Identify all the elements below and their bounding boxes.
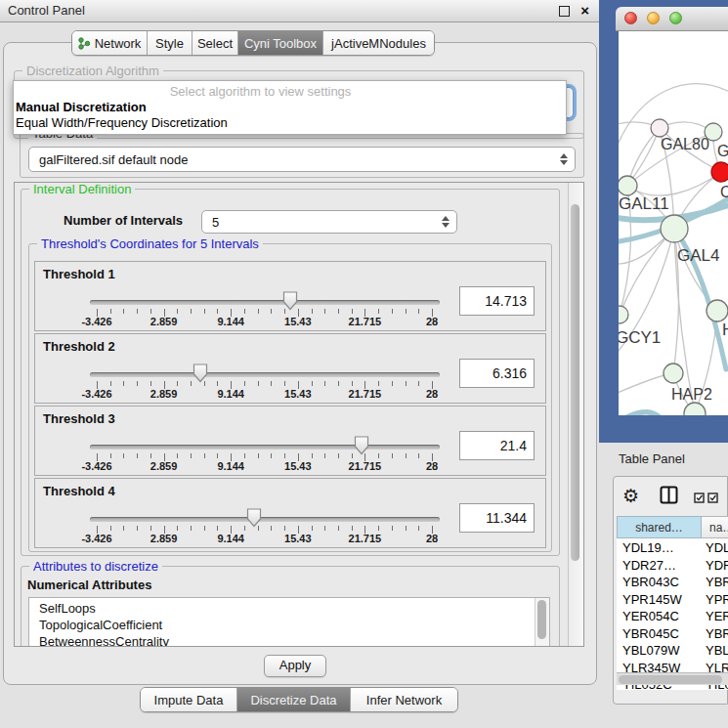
network-node-label: GAL11 — [619, 194, 669, 213]
threshold-value-field[interactable]: 14.713 — [459, 286, 535, 316]
tab-style[interactable]: Style — [148, 31, 193, 55]
dropdown-item-manual-discretization[interactable]: Manual Discretization — [16, 100, 147, 114]
threshold-label: Threshold 3 — [43, 411, 115, 426]
apply-button[interactable]: Apply — [264, 655, 326, 677]
network-node-gal4[interactable] — [661, 215, 688, 242]
tab-impute-data[interactable]: Impute Data — [141, 688, 237, 711]
tick-label: 2.859 — [150, 388, 178, 400]
threshold-slider-track[interactable] — [90, 372, 440, 377]
tab-select[interactable]: Select — [193, 31, 238, 55]
minimize-traffic-light-icon[interactable] — [647, 12, 660, 24]
combo-arrows-icon — [560, 153, 568, 165]
network-node-ga[interactable] — [705, 123, 722, 141]
network-node-c[interactable] — [711, 162, 728, 182]
threshold-panel-2: Threshold 2-3.4262.8599.14415.4321.71528… — [34, 333, 546, 404]
network-node-gcy1[interactable] — [619, 306, 628, 323]
table-horizontal-scrollbar[interactable] — [617, 672, 728, 685]
tab-label: Network — [95, 36, 142, 51]
tick-label: 2.859 — [150, 316, 178, 327]
tick-label: 2.859 — [150, 533, 178, 544]
threshold-value-field[interactable]: 6.316 — [459, 359, 535, 388]
checkbox-icon[interactable] — [707, 490, 718, 507]
threshold-panel-4: Threshold 4-3.4262.8599.14415.4321.71528… — [34, 478, 546, 548]
threshold-value-field[interactable]: 21.4 — [459, 431, 535, 460]
tick-label: 28 — [426, 316, 438, 327]
float-window-icon[interactable] — [559, 6, 570, 17]
threshold-slider-thumb[interactable] — [354, 436, 369, 455]
number-of-intervals-combobox[interactable]: 5 — [201, 210, 457, 234]
tick-label: 21.715 — [349, 388, 382, 400]
network-node-label: GAL4 — [677, 246, 719, 265]
threshold-slider-track[interactable] — [90, 445, 440, 450]
threshold-slider-track[interactable] — [90, 517, 440, 522]
threshold-slider-track[interactable] — [90, 300, 440, 305]
table-toolbar: ⚙ — [614, 477, 727, 516]
network-desktop: GAL80GACGAL11GAL4GCY1HHAP2 — [599, 0, 728, 443]
threshold-slider-thumb[interactable] — [246, 508, 262, 528]
dropdown-item-equal-width-frequency[interactable]: Equal Width/Frequency Discretization — [16, 115, 228, 130]
list-scrollbar[interactable] — [535, 598, 549, 647]
control-panel-window: Control Panel × NetworkStyleSelectCyni T… — [0, 0, 599, 728]
close-traffic-light-icon[interactable] — [624, 12, 637, 24]
node-table[interactable]: shared…na… YDL19…YDL1YDR27…YDR2YBR043CYB… — [617, 516, 728, 690]
column-header-1[interactable]: shared… — [617, 516, 702, 538]
thresholds-legend: Threshold's Coordinates for 5 Intervals — [37, 236, 263, 251]
discretization-algorithm-legend: Discretization Algorithm — [22, 64, 163, 78]
network-edge-thick — [619, 412, 675, 415]
list-item[interactable]: SelfLoops — [29, 600, 549, 617]
close-icon[interactable]: × — [580, 1, 589, 21]
table-panel-title: Table Panel — [619, 451, 685, 466]
tick-label: 28 — [426, 460, 438, 472]
tab-label: jActiveMNodules — [331, 36, 426, 51]
control-panel-titlebar: Control Panel × — [0, 0, 599, 22]
zoom-traffic-light-icon[interactable] — [669, 12, 682, 24]
network-canvas[interactable]: GAL80GACGAL11GAL4GCY1HHAP2 — [619, 31, 728, 415]
dropdown-placeholder: Select algorithm to view settings — [14, 84, 507, 99]
threshold-label: Threshold 2 — [43, 339, 115, 354]
tick-label: -3.426 — [81, 388, 111, 400]
tick-label: 9.144 — [217, 388, 244, 400]
tab-cyni-toolbox[interactable]: Cyni Toolbox — [238, 31, 323, 55]
threshold-slider-thumb[interactable] — [193, 364, 208, 383]
table-data-combobox[interactable]: galFiltered.sif default node — [28, 147, 576, 172]
network-node-gal11[interactable] — [619, 176, 637, 195]
tick-label: 15.43 — [284, 316, 312, 327]
attributes-legend: Attributes to discretize — [29, 559, 162, 574]
threshold-value-field[interactable]: 11.344 — [459, 503, 535, 533]
network-node-hap2[interactable] — [664, 364, 683, 383]
tick-label: 21.715 — [349, 316, 382, 327]
checkbox-icon[interactable] — [694, 490, 705, 507]
tab-network[interactable]: Network — [72, 31, 148, 55]
network-node-h[interactable] — [707, 300, 728, 321]
settings-scrollbar[interactable] — [568, 183, 583, 646]
tab-label: Infer Network — [366, 693, 442, 707]
columns-icon[interactable] — [660, 486, 678, 508]
numerical-attributes-list[interactable]: SelfLoopsTopologicalCoefficientBetweenne… — [28, 597, 550, 647]
tick-label: 9.144 — [217, 533, 244, 544]
screen: Control Panel × NetworkStyleSelectCyni T… — [0, 0, 728, 728]
tick-label: 15.43 — [284, 460, 312, 472]
table-panel-body: ⚙ shared…na… YDL19…YDL1YDR27…YDR2YBR043C… — [613, 476, 728, 705]
interval-definition-legend: Interval Definition — [29, 182, 135, 196]
algorithm-dropdown-popup: Select algorithm to view settings Manual… — [13, 80, 567, 135]
tick-label: 21.715 — [349, 460, 382, 472]
tick-label: 9.144 — [217, 460, 244, 472]
tab-discretize-data[interactable]: Discretize Data — [237, 688, 351, 711]
list-item[interactable]: BetweennessCentrality — [29, 633, 549, 647]
settings-scrollpane: Interval Definition Number of Intervals … — [14, 182, 584, 647]
column-header-2[interactable]: na… — [702, 516, 728, 538]
table-header-row: shared…na… — [617, 516, 728, 538]
numerical-attributes-label: Numerical Attributes — [27, 578, 151, 592]
list-item[interactable]: TopologicalCoefficient — [29, 617, 549, 633]
gear-icon[interactable]: ⚙ — [622, 485, 639, 507]
threshold-slider-thumb[interactable] — [282, 291, 298, 311]
threshold-label: Threshold 1 — [43, 267, 115, 281]
network-node-gal80[interactable] — [651, 119, 668, 137]
tab-infer-network[interactable]: Infer Network — [351, 688, 457, 711]
tick-label: 15.43 — [284, 533, 312, 544]
tick-label: 28 — [426, 388, 438, 400]
tick-label: -3.426 — [81, 533, 111, 544]
table-data-value: galFiltered.sif default node — [29, 152, 188, 167]
tab-jactivemnodules[interactable]: jActiveMNodules — [323, 31, 434, 55]
table-panel: Table Panel ⚙ shared…na… YDL19…YDL1YDR27… — [599, 443, 728, 728]
